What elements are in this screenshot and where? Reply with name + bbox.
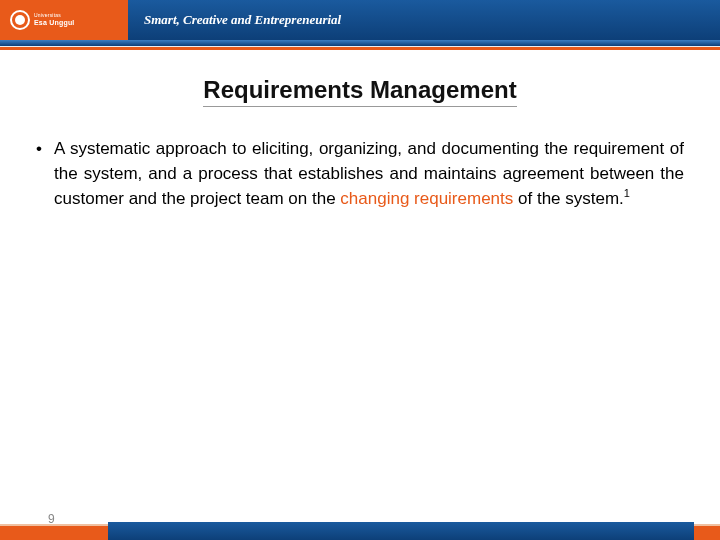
bullet-text: A systematic approach to eliciting, orga…	[54, 137, 684, 212]
logo-icon	[10, 10, 30, 30]
footer-blue	[108, 522, 694, 540]
logo-text: Universitas Esa Unggul	[34, 13, 75, 26]
header-stripe-orange	[0, 47, 720, 50]
footnote-mark: 1	[624, 187, 630, 199]
tagline-text: Smart, Creative and Entrepreneurial	[144, 12, 341, 28]
slide-content: • A systematic approach to eliciting, or…	[0, 127, 720, 212]
page-number: 9	[48, 512, 55, 526]
slide-footer: 9	[0, 514, 720, 540]
bullet-item: • A systematic approach to eliciting, or…	[36, 137, 684, 212]
bullet-marker: •	[36, 137, 54, 162]
bullet-text-suffix: of the system.	[513, 189, 624, 208]
slide-header: Universitas Esa Unggul Smart, Creative a…	[0, 0, 720, 48]
title-area: Requirements Management	[0, 48, 720, 127]
header-tagline-bar: Smart, Creative and Entrepreneurial	[128, 0, 720, 40]
bullet-text-highlight: changing requirements	[340, 189, 513, 208]
slide-title: Requirements Management	[203, 76, 516, 107]
logo-name: Esa Unggul	[34, 19, 75, 26]
logo-block: Universitas Esa Unggul	[0, 0, 128, 40]
